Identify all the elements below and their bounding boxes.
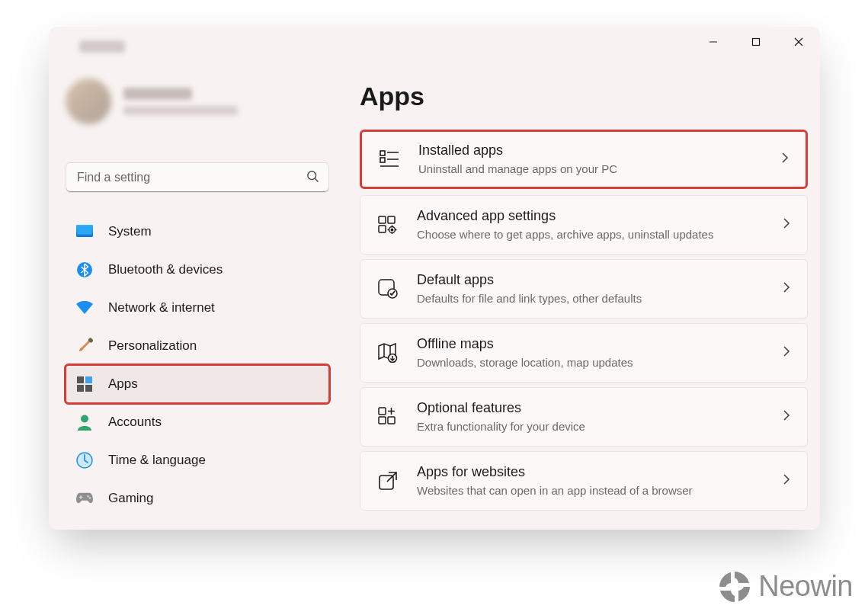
open-external-icon [377,470,399,492]
chevron-right-icon [783,409,790,424]
settings-window: System Bluetooth & devices Network & int… [49,27,820,530]
wifi-icon [76,299,93,316]
svg-line-46 [387,472,396,482]
card-title: Optional features [417,399,764,417]
sidebar-item-label: Accounts [108,415,162,430]
search-icon [306,170,319,186]
brush-icon [76,338,93,354]
svg-line-5 [315,178,318,181]
sidebar-item-time-language[interactable]: Time & language [66,441,329,479]
sidebar-item-gaming[interactable]: Gaming [66,479,329,517]
sidebar-item-label: Personalization [108,338,197,354]
window-title-blurred [79,40,125,53]
card-subtitle: Websites that can open in an app instead… [417,483,764,498]
svg-rect-13 [77,385,84,392]
sidebar-item-bluetooth[interactable]: Bluetooth & devices [66,251,329,289]
titlebar [49,27,820,62]
search-input[interactable] [75,170,289,185]
card-advanced-app-settings[interactable]: Advanced app settings Choose where to ge… [360,195,808,255]
sidebar-item-label: Apps [108,376,138,392]
svg-rect-22 [380,158,385,162]
sidebar-item-accounts[interactable]: Accounts [66,403,329,441]
svg-rect-21 [380,151,385,155]
card-title: Advanced app settings [417,207,764,225]
system-icon [76,223,93,240]
apps-icon [76,376,93,392]
sidebar-item-label: Bluetooth & devices [108,262,223,277]
neowin-logo-icon [719,571,751,603]
svg-rect-12 [85,376,92,383]
accounts-icon [76,414,93,431]
svg-rect-41 [379,417,386,424]
sidebar-item-apps[interactable]: Apps [66,365,329,403]
map-download-icon [377,342,399,364]
card-title: Apps for websites [417,463,764,481]
svg-rect-8 [78,226,92,235]
card-subtitle: Defaults for file and link types, other … [417,291,764,306]
sidebar-item-personalization[interactable]: Personalization [66,327,329,365]
page-title: Apps [360,82,808,111]
card-apps-for-websites[interactable]: Apps for websites Websites that can open… [360,451,808,511]
sidebar-item-label: Network & internet [108,300,215,316]
svg-rect-20 [80,495,81,499]
svg-point-4 [308,171,316,179]
minimize-button[interactable] [692,27,735,57]
chevron-right-icon [783,473,790,488]
watermark-text: Neowin [758,570,853,603]
card-subtitle: Downloads, storage location, map updates [417,355,764,370]
installed-apps-icon [379,149,400,170]
card-title: Offline maps [417,335,764,353]
search-box[interactable] [66,162,329,193]
card-installed-apps[interactable]: Installed apps Uninstall and manage apps… [360,130,808,189]
svg-point-15 [81,415,88,423]
sidebar-item-network[interactable]: Network & internet [66,289,329,327]
highlight-box [64,364,331,405]
svg-rect-26 [379,216,386,223]
sidebar-item-system[interactable]: System [66,213,329,251]
card-subtitle: Choose where to get apps, archive apps, … [417,227,764,242]
svg-rect-11 [77,376,84,383]
gamepad-icon [76,490,93,507]
default-apps-icon [377,278,399,299]
svg-rect-28 [379,226,386,232]
svg-point-18 [89,497,91,498]
card-default-apps[interactable]: Default apps Defaults for file and link … [360,259,808,319]
card-subtitle: Uninstall and manage apps on your PC [418,162,763,177]
svg-point-17 [87,495,88,497]
chevron-right-icon [783,281,790,296]
card-optional-features[interactable]: Optional features Extra functionality fo… [360,387,808,447]
svg-point-30 [391,229,392,230]
sidebar-item-label: Time & language [108,453,206,468]
add-app-icon [377,406,399,428]
close-button[interactable] [777,27,820,57]
watermark: Neowin [719,570,853,603]
chevron-right-icon [783,217,790,232]
svg-rect-40 [379,408,386,415]
account-text-blurred [123,88,238,115]
app-gear-icon [377,214,399,235]
main-content: Apps Installed apps Uninstall and manage… [360,82,808,530]
maximize-button[interactable] [735,27,777,57]
chevron-right-icon [781,152,789,167]
clock-globe-icon [76,452,93,469]
card-subtitle: Extra functionality for your device [417,419,764,434]
account-area[interactable] [66,78,238,124]
sidebar: System Bluetooth & devices Network & int… [66,213,329,517]
chevron-right-icon [783,345,790,360]
svg-rect-14 [85,385,92,392]
card-offline-maps[interactable]: Offline maps Downloads, storage location… [360,323,808,383]
svg-rect-42 [388,417,395,424]
sidebar-item-label: Gaming [108,491,154,506]
bluetooth-icon [76,261,93,278]
card-title: Default apps [417,271,764,289]
svg-rect-27 [388,216,395,223]
sidebar-item-label: System [108,224,152,239]
card-title: Installed apps [418,142,763,159]
account-avatar [66,78,111,124]
svg-rect-1 [753,39,760,46]
